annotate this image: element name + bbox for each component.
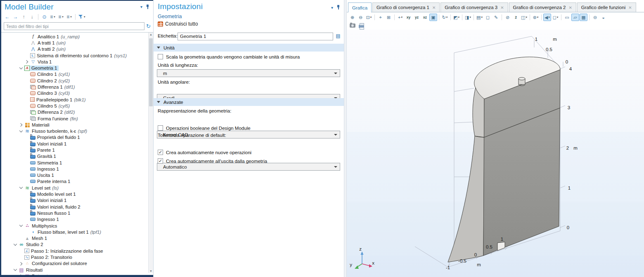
nav-back-button[interactable]: ← (4, 13, 11, 21)
tree-item[interactable]: Differenza 2(dif2) (1, 109, 153, 115)
tree-item[interactable]: Passo 1: Inizializzazione della fase (1, 248, 153, 254)
tree-item[interactable]: A tratti 1(uin) (1, 40, 153, 46)
tree-item[interactable]: Level set(ls) (1, 185, 153, 191)
tree-item[interactable]: Ingresso 1 (1, 166, 153, 172)
tree-expander-icon[interactable] (19, 223, 24, 228)
rename-icon[interactable]: ▤ (334, 32, 342, 40)
tree-item[interactable]: Passo 2: Transitorio (1, 254, 153, 260)
tree-item[interactable]: Cilindro 1(cyl1) (1, 71, 153, 77)
tree-expander-icon[interactable] (13, 267, 18, 272)
tab-grafica[interactable]: Grafica (348, 2, 372, 12)
pin-icon[interactable] (336, 5, 341, 10)
tree-item[interactable]: Uscita 1 (1, 172, 153, 178)
collapse-all-button[interactable]: ≡▾ (57, 13, 64, 21)
close-icon[interactable]: ✕ (628, 5, 632, 10)
view-yz-button[interactable]: yz (413, 14, 421, 21)
view-direction-button[interactable]: ◀▾ (543, 14, 551, 21)
scroll-down-icon[interactable]: ▼ (149, 270, 153, 272)
tree-item[interactable]: Vista 1 (1, 59, 153, 65)
image-fit-button[interactable]: ⊞ (385, 14, 393, 21)
view-hidden-button[interactable]: ◫▾ (520, 14, 528, 21)
tree-item[interactable]: Gravità 1 (1, 153, 153, 160)
auto-build-checkbox[interactable]: Crea automaticamente nuove operazioni (158, 150, 251, 155)
tree-item[interactable]: Mesh 1 (1, 235, 153, 242)
tree-item[interactable]: Risultati (1, 267, 153, 273)
tab-grafico-di-convergenza-3[interactable]: Grafico di convergenza 3✕ (440, 2, 508, 12)
tree-expander-icon[interactable] (19, 261, 24, 266)
refresh-icon[interactable]: ↻ (146, 23, 151, 29)
close-icon[interactable]: ✕ (500, 5, 504, 10)
tree-expander-icon[interactable] (13, 242, 18, 247)
move-down-button[interactable]: ↓ (28, 13, 36, 21)
filter-button[interactable]: ▾ (78, 13, 86, 21)
tree-item[interactable]: Studio 2 (1, 242, 153, 248)
tree-item[interactable]: Valori iniziali 1 (1, 197, 153, 204)
color-palette-button[interactable]: ◒ (599, 14, 607, 21)
tab-grafico-di-convergenza-1[interactable]: Grafico di convergenza 1✕ (372, 2, 440, 12)
perspective-toggle-button[interactable]: ▣ (429, 14, 437, 21)
scroll-up-icon[interactable]: ▲ (149, 33, 153, 36)
tree-item[interactable]: Differenza 1(dif1) (1, 84, 153, 90)
tree-item[interactable]: Materiali (1, 122, 153, 128)
tree-item[interactable]: Simmetria 1 (1, 160, 153, 166)
repair-tolerance-select[interactable]: Automatico (157, 163, 340, 171)
section-advanced[interactable]: Avanzate (154, 98, 344, 106)
expand-all-button[interactable]: ≡▾ (49, 13, 56, 21)
panel-menu-icon[interactable]: ▾ (140, 5, 142, 9)
show-axes-button[interactable]: ▱ (571, 14, 579, 21)
view-xy-button[interactable]: xy (405, 14, 412, 21)
tree-item[interactable]: Flusso turbolento, k-ε(spf) (1, 128, 153, 134)
tree-item[interactable]: Proprietà del fluido 1 (1, 134, 153, 141)
tree-expander-icon[interactable] (19, 273, 24, 275)
print-button[interactable] (358, 22, 365, 29)
length-unit-select[interactable]: m (157, 69, 340, 77)
tree-expander-icon[interactable] (24, 59, 30, 64)
model-tree-node-text-button[interactable]: ≡▾ (66, 13, 73, 21)
design-module-boolean-checkbox[interactable]: Operazioni booleane del Design Module (158, 125, 251, 131)
zoom-in-button[interactable]: ⊕ (348, 14, 356, 21)
scale-geometry-checkbox[interactable]: Scala la geometria quando vengono cambia… (158, 54, 300, 59)
go-to-default-view-button[interactable]: +▾ (396, 14, 404, 21)
close-icon[interactable]: ✕ (432, 5, 436, 10)
tree-item[interactable]: Ingresso 1 (1, 216, 153, 223)
rotate-view-button[interactable]: ↻▾ (441, 14, 449, 21)
tree-item[interactable]: Parallelepipedo 1(blk1) (1, 96, 153, 103)
show-hide-nodes-button[interactable]: ⊙ (41, 13, 48, 21)
wireframe-rendering-button[interactable]: ⊛▾ (532, 14, 540, 21)
scrollbar-thumb[interactable] (149, 38, 153, 106)
tree-item[interactable]: Dataset (1, 273, 153, 275)
section-units[interactable]: Unità (154, 44, 344, 52)
tree-item[interactable]: Parete 1 (1, 147, 153, 153)
tree-item[interactable]: Analitico 1(u_ramp) (1, 33, 153, 40)
tree-item[interactable]: Nessun flusso 1 (1, 210, 153, 216)
tree-scrollbar[interactable]: ▲ ▼ (148, 33, 153, 273)
select-box-button[interactable]: ◻ (484, 14, 492, 21)
select-pen-button[interactable]: ✎ (492, 14, 500, 21)
tree-item[interactable]: Cilindro 2(cyl2) (1, 77, 153, 84)
tree-item[interactable]: Configurazioni del solutore (1, 261, 153, 267)
show-grid-button[interactable]: ▦ (580, 14, 587, 21)
label-input[interactable] (178, 33, 333, 40)
view-xz-button[interactable]: xz (421, 14, 429, 21)
hide-objects-button[interactable]: ⊘ (504, 14, 511, 21)
tree-item[interactable]: Multiphysics (1, 223, 153, 229)
tree-item[interactable]: Geometria 1 (1, 65, 153, 71)
tree-expander-icon[interactable] (19, 185, 24, 190)
tree-item[interactable]: Parete interna 1 (1, 178, 153, 185)
tree-expander-icon[interactable] (19, 122, 24, 127)
type-filter-input[interactable] (4, 22, 144, 30)
tree-item[interactable]: Flusso bifase, level set 1(tpf1) (1, 229, 153, 235)
image-export-button[interactable]: ▤▾ (476, 14, 483, 21)
pin-icon[interactable] (146, 4, 150, 9)
zoom-extents-button[interactable]: ⌖ (376, 14, 384, 21)
tree-expander-icon[interactable] (19, 129, 24, 134)
panel-menu-icon[interactable]: ▾ (331, 5, 333, 10)
tree-item[interactable]: Valori iniziali 1 (1, 141, 153, 147)
tree-item[interactable]: Modello level set 1 (1, 191, 153, 197)
add-image-to-export-button[interactable]: ◨▾ (464, 14, 472, 21)
nav-forward-button[interactable]: → (12, 13, 19, 21)
tree-item[interactable]: Cilindro 5(cyl5) (1, 103, 153, 109)
tree-item[interactable]: Cilindro 3(cyl3) (1, 90, 153, 96)
zoom-out-button[interactable]: ⊖ (357, 14, 365, 21)
auto-build-exit-checkbox[interactable]: Crea automaticamente all'uscita dalla ge… (158, 158, 267, 164)
